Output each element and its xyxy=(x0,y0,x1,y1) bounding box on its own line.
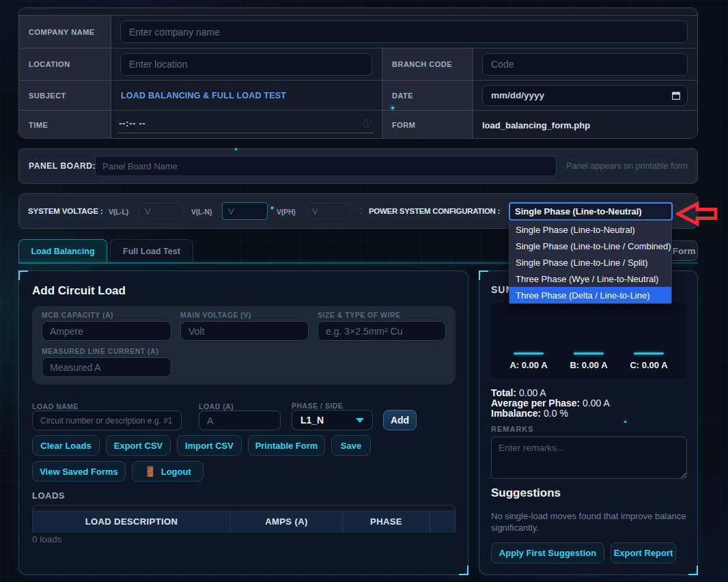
branch-code-label: BRANCH CODE xyxy=(382,48,473,80)
remarks-textarea[interactable] xyxy=(491,436,687,479)
phase-bar-chart: A: 0.00 A B: 0.00 A C: 0.00 A xyxy=(491,303,687,379)
measured-current-input[interactable] xyxy=(42,357,171,377)
power-system-config-select[interactable]: Single Phase (Line-to-Neutral) xyxy=(509,202,673,221)
date-input[interactable]: mm/dd/yyyy xyxy=(482,85,688,106)
clock-icon[interactable] xyxy=(363,119,372,128)
wire-size-input[interactable] xyxy=(318,321,446,341)
header-form-table: COMPANY NAME LOCATION BRANCH CODE SUBJEC… xyxy=(18,8,698,139)
summary-card: SUMMARY A: 0.00 A B: 0.00 A C: 0.00 A To… xyxy=(479,271,698,575)
power-system-config-label: POWER SYSTEM CONFIGURATION : xyxy=(369,207,500,215)
apply-first-suggestion-button[interactable]: Apply First Suggestion xyxy=(491,542,604,564)
bar-phase-a xyxy=(514,352,544,355)
add-circuit-load-card: Add Circuit Load MCB CAPACITY (A) MAIN V… xyxy=(18,271,468,575)
bar-phase-c xyxy=(634,352,664,355)
load-amps-label: LOAD (A) xyxy=(199,402,281,411)
tab-full-load-test[interactable]: Full Load Test xyxy=(110,239,193,262)
main-voltage-input[interactable] xyxy=(180,321,309,341)
save-button[interactable]: Save xyxy=(331,435,371,456)
particle-dot-2 xyxy=(391,107,394,109)
col-actions xyxy=(430,510,455,533)
corner-bracket-bottom-right xyxy=(459,566,468,575)
bar-label-a: A: 0.00 A xyxy=(508,360,549,370)
subject-label: SUBJECT xyxy=(19,80,111,110)
vph-label: V(PH) xyxy=(277,208,296,216)
col-phase: PHASE xyxy=(343,510,430,533)
required-asterisk: * xyxy=(270,204,274,214)
panel-board-input[interactable] xyxy=(95,156,557,176)
date-label: DATE xyxy=(382,80,473,110)
particle-dot-1 xyxy=(235,148,237,150)
phase-side-select[interactable]: L1_N xyxy=(292,410,373,430)
panel-board-label: PANEL BOARD: xyxy=(29,161,95,171)
add-button[interactable]: Add xyxy=(383,410,417,430)
vph-input[interactable] xyxy=(306,203,350,219)
separator-colon: : xyxy=(360,206,362,215)
vln-label: V(L-N) xyxy=(191,208,212,216)
dropdown-option-1[interactable]: Single Phase (Line-to-Neutral) xyxy=(509,221,671,238)
panel-board-note: Panel appears on printable form xyxy=(566,161,688,171)
corner-bracket-bottom-right-2 xyxy=(688,566,698,575)
red-arrow-cursor xyxy=(676,201,718,227)
imbalance-line: Imbalance: 0.0 % xyxy=(491,408,686,419)
vll-input[interactable] xyxy=(139,203,183,219)
bar-label-b: B: 0.00 A xyxy=(568,360,609,370)
wire-size-label: SIZE & TYPE OF WIRE xyxy=(318,311,446,319)
form-filename: load_balancing_form.php xyxy=(473,120,590,130)
bar-phase-b xyxy=(574,352,604,355)
measured-current-label: MEASURED LINE CURRENT (A) xyxy=(42,347,171,355)
load-name-input[interactable] xyxy=(32,411,182,430)
circuit-params-panel: MCB CAPACITY (A) MAIN VOLTAGE (V) SIZE &… xyxy=(32,306,456,385)
door-icon: 🚪 xyxy=(144,466,156,477)
suggestions-text: No single-load moves found that improve … xyxy=(491,510,692,534)
corner-bracket-top-left xyxy=(18,271,28,280)
col-load-description: LOAD DESCRIPTION xyxy=(33,510,231,533)
suggestions-title: Suggestions xyxy=(491,486,686,500)
dropdown-option-3[interactable]: Single Phase (Line-to-Line / Split) xyxy=(509,254,671,271)
import-csv-button[interactable]: Import CSV xyxy=(177,435,242,456)
subject-value: LOAD BALANCING & FULL LOAD TEST xyxy=(111,91,286,100)
dropdown-option-5[interactable]: Three Phase (Delta / Line-to-Line) xyxy=(509,287,671,303)
printable-form-button[interactable]: Printable Form xyxy=(248,435,325,456)
export-csv-button[interactable]: Export CSV xyxy=(106,435,171,456)
time-label: TIME xyxy=(19,110,111,139)
clear-loads-button[interactable]: Clear Loads xyxy=(32,435,100,456)
branch-code-input[interactable] xyxy=(482,53,688,76)
chevron-down-icon xyxy=(356,418,364,423)
tab-load-balancing[interactable]: Load Balancing xyxy=(18,239,107,262)
export-report-button[interactable]: Export Report xyxy=(611,542,676,564)
loads-table: LOAD DESCRIPTION AMPS (A) PHASE xyxy=(32,505,456,533)
time-input[interactable]: --:-- -- xyxy=(118,114,374,133)
mcb-capacity-label: MCB CAPACITY (A) xyxy=(42,311,171,319)
add-circuit-load-title: Add Circuit Load xyxy=(32,284,455,298)
main-voltage-label: MAIN VOLTAGE (V) xyxy=(180,311,309,319)
total-line: Total: 0.00 A xyxy=(491,388,686,398)
remarks-label: REMARKS xyxy=(491,426,686,433)
location-label: LOCATION xyxy=(19,48,111,80)
logout-button[interactable]: 🚪 Logout xyxy=(132,461,204,482)
col-amps: AMPS (A) xyxy=(231,510,343,533)
average-line: Average per Phase: 0.00 A xyxy=(491,398,686,408)
panel-board-row: PANEL BOARD: Panel appears on printable … xyxy=(18,148,698,184)
dropdown-option-2[interactable]: Single Phase (Line-to-Line / Combined) xyxy=(509,238,671,254)
location-input[interactable] xyxy=(120,53,372,76)
form-label: FORM xyxy=(382,110,473,139)
view-saved-forms-button[interactable]: View Saved Forms xyxy=(32,461,126,482)
bar-label-c: C: 0.00 A xyxy=(628,360,669,370)
mcb-capacity-input[interactable] xyxy=(42,321,171,341)
load-amps-input[interactable] xyxy=(199,411,281,430)
particle-dot-3 xyxy=(624,421,626,423)
load-name-label: LOAD NAME xyxy=(32,402,182,411)
loads-section-label: LOADS xyxy=(32,490,455,501)
calendar-icon[interactable] xyxy=(672,92,680,100)
system-voltage-title: SYSTEM VOLTAGE : xyxy=(28,207,103,215)
company-name-label: COMPANY NAME xyxy=(19,15,111,48)
vll-label: V(L-L) xyxy=(109,208,128,216)
company-name-input[interactable] xyxy=(120,20,688,43)
config-dropdown-popup: Single Phase (Line-to-Neutral) Single Ph… xyxy=(509,221,672,304)
phase-side-label: PHASE / SIDE xyxy=(292,402,373,410)
loads-empty-text: 0 loads xyxy=(32,534,455,544)
corner-bracket-top-left-2 xyxy=(479,271,488,280)
vln-input[interactable] xyxy=(222,202,268,220)
dropdown-option-4[interactable]: Three Phase (Wye / Line-to-Neutral) xyxy=(509,271,671,287)
